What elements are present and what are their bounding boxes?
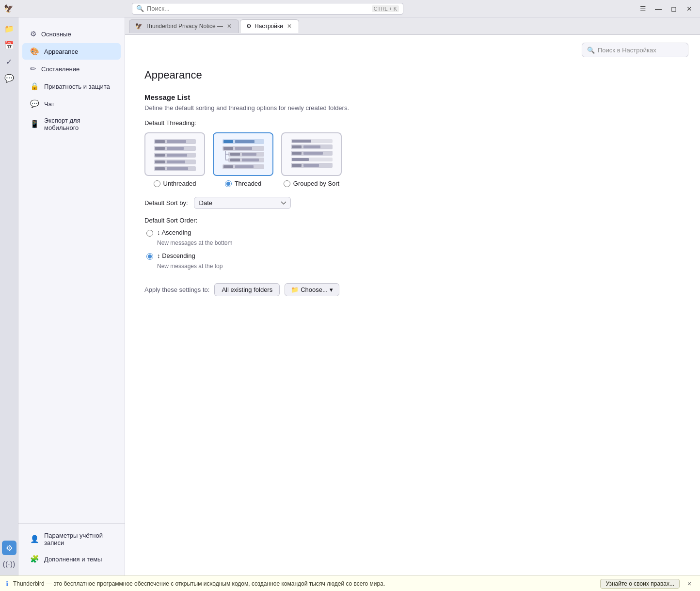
notification-close[interactable]: × xyxy=(684,579,694,589)
threading-options: Unthreaded xyxy=(144,132,681,187)
threading-label: Default Threading: xyxy=(144,119,681,127)
sidebar-item-label-main: Основные xyxy=(41,31,71,38)
radio-threaded[interactable] xyxy=(225,180,232,187)
tab-privacy-close[interactable]: ✕ xyxy=(226,23,233,30)
search-bar[interactable]: 🔍 CTRL + K xyxy=(132,3,403,15)
svg-rect-20 xyxy=(223,140,233,143)
svg-rect-32 xyxy=(235,165,254,168)
btn-choose[interactable]: 📁 Choose... ▾ xyxy=(285,283,339,296)
threading-card-unthreaded[interactable] xyxy=(144,132,205,176)
notification-rights-btn[interactable]: Узнайте о своих правах... xyxy=(600,579,680,589)
app-icon: 🦅 xyxy=(4,4,14,14)
svg-rect-27 xyxy=(230,153,240,156)
sidebar-item-main[interactable]: ⚙ Основные xyxy=(22,26,121,42)
threading-card-threaded[interactable] xyxy=(213,132,273,176)
page-title: Appearance xyxy=(144,69,681,81)
appearance-icon: 🎨 xyxy=(30,47,39,56)
sidebar-item-addons[interactable]: 🧩 Дополнения и темы xyxy=(22,551,121,567)
svg-rect-41 xyxy=(303,145,320,148)
choose-label: Choose... xyxy=(301,286,328,293)
sort-by-row: Default Sort by: Date Subject From Size … xyxy=(144,197,681,209)
svg-rect-5 xyxy=(155,140,165,143)
sidebar-item-privacy[interactable]: 🔒 Приватность и защита xyxy=(22,78,121,95)
rail-chat-icon[interactable]: 💬 xyxy=(2,71,16,85)
tab-privacy-notice[interactable]: 🦅 Thunderbird Privacy Notice — ✕ xyxy=(129,19,239,33)
tab-privacy-icon: 🦅 xyxy=(135,23,143,30)
minimize-btn[interactable]: — xyxy=(652,2,665,16)
threading-radio-unthreaded[interactable]: Unthreaded xyxy=(154,180,196,187)
tab-privacy-label: Thunderbird Privacy Notice — xyxy=(145,23,223,30)
settings-body: Appearance Message List Define the defau… xyxy=(125,57,700,308)
sidebar: ⚙ Основные 🎨 Appearance ✏ Составление 🔒 … xyxy=(18,17,125,575)
settings-search-icon: 🔍 xyxy=(587,47,595,54)
threading-radio-threaded[interactable]: Threaded xyxy=(225,180,262,187)
choose-chevron-icon: ▾ xyxy=(330,286,333,293)
privacy-icon: 🔒 xyxy=(30,82,39,91)
close-btn[interactable]: ✕ xyxy=(683,2,696,16)
sidebar-item-compose[interactable]: ✏ Составление xyxy=(22,61,121,77)
threading-option-threaded[interactable]: Threaded xyxy=(213,132,273,187)
svg-rect-44 xyxy=(292,164,302,167)
sort-order-ascending[interactable]: ↕ Ascending xyxy=(146,229,681,237)
sidebar-item-chat[interactable]: 💬 Чат xyxy=(22,96,121,112)
threading-option-grouped[interactable]: Grouped by Sort xyxy=(281,132,342,187)
rail-folder-icon[interactable]: 📁 xyxy=(2,21,16,36)
menu-btn[interactable]: ☰ xyxy=(636,2,650,16)
rail-wifi-icon[interactable]: ((·)) xyxy=(2,557,16,572)
rail-calendar-icon[interactable]: 📅 xyxy=(2,38,16,52)
threading-label-grouped: Grouped by Sort xyxy=(293,180,339,187)
threading-card-grouped[interactable] xyxy=(281,132,342,176)
sidebar-item-appearance[interactable]: 🎨 Appearance xyxy=(22,43,121,60)
tab-settings-label: Настройки xyxy=(255,23,283,30)
svg-rect-13 xyxy=(155,167,165,170)
sidebar-item-label-chat: Чат xyxy=(44,100,55,108)
radio-ascending[interactable] xyxy=(146,230,153,237)
sort-order-radio-group: ↕ Ascending New messages at the bottom ↕… xyxy=(144,229,681,273)
tab-settings-icon: ⚙ xyxy=(246,23,252,30)
main-content: 🦅 Thunderbird Privacy Notice — ✕ ⚙ Настр… xyxy=(125,17,700,575)
svg-rect-29 xyxy=(230,159,240,161)
radio-descending[interactable] xyxy=(146,253,153,260)
sort-order-descending[interactable]: ↕ Descending xyxy=(146,252,681,260)
rail-settings-icon[interactable]: ⚙ xyxy=(2,541,16,555)
threading-label-unthreaded: Unthreaded xyxy=(163,180,196,187)
svg-rect-7 xyxy=(155,147,165,150)
sidebar-item-label-export: Экспорт для мобильного xyxy=(44,117,113,131)
sidebar-item-export[interactable]: 📱 Экспорт для мобильного xyxy=(22,113,121,135)
icon-rail: 📁 📅 ✓ 💬 ⚙ ((·)) xyxy=(0,17,18,575)
maximize-btn[interactable]: ◻ xyxy=(667,2,681,16)
sidebar-item-label-appearance: Appearance xyxy=(44,48,78,55)
sidebar-item-account[interactable]: 👤 Параметры учётной записи xyxy=(22,528,121,550)
search-input[interactable] xyxy=(147,5,369,12)
tab-settings[interactable]: ⚙ Настройки ✕ xyxy=(240,19,299,33)
btn-all-folders[interactable]: All existing folders xyxy=(214,283,280,296)
tab-settings-close[interactable]: ✕ xyxy=(286,23,293,30)
threading-label-threaded: Threaded xyxy=(235,180,262,187)
apply-settings-text: Apply these settings to: xyxy=(144,286,209,293)
settings-area: 🔍 Поиск в Настройках Appearance Message … xyxy=(125,35,700,575)
radio-grouped[interactable] xyxy=(284,180,290,187)
svg-rect-14 xyxy=(167,167,188,170)
threading-radio-grouped[interactable]: Grouped by Sort xyxy=(284,180,339,187)
rail-tasks-icon[interactable]: ✓ xyxy=(2,54,16,69)
titlebar-controls: ☰ — ◻ ✕ xyxy=(636,2,696,16)
message-list-desc: Define the default sorting and threading… xyxy=(144,104,681,112)
settings-search-container: 🔍 Поиск в Настройках xyxy=(125,35,700,57)
radio-unthreaded[interactable] xyxy=(154,180,160,187)
sidebar-item-label-addons: Дополнения и темы xyxy=(44,556,102,563)
notification-icon: ℹ xyxy=(6,580,8,588)
svg-rect-25 xyxy=(223,147,233,150)
svg-rect-40 xyxy=(292,145,302,148)
threading-option-unthreaded[interactable]: Unthreaded xyxy=(144,132,205,187)
svg-rect-38 xyxy=(292,158,309,161)
search-shortcut: CTRL + K xyxy=(372,5,399,12)
apply-settings-row: Apply these settings to: All existing fo… xyxy=(144,283,681,296)
sort-by-select[interactable]: Date Subject From Size Priority Status R… xyxy=(194,197,291,209)
settings-search-placeholder: Поиск в Настройках xyxy=(598,47,656,54)
message-list-title: Message List xyxy=(144,93,681,101)
svg-rect-10 xyxy=(167,154,187,157)
settings-search[interactable]: 🔍 Поиск в Настройках xyxy=(582,43,688,57)
svg-rect-11 xyxy=(155,160,165,163)
sidebar-bottom: 👤 Параметры учётной записи 🧩 Дополнения … xyxy=(18,523,125,568)
svg-rect-9 xyxy=(155,154,165,157)
